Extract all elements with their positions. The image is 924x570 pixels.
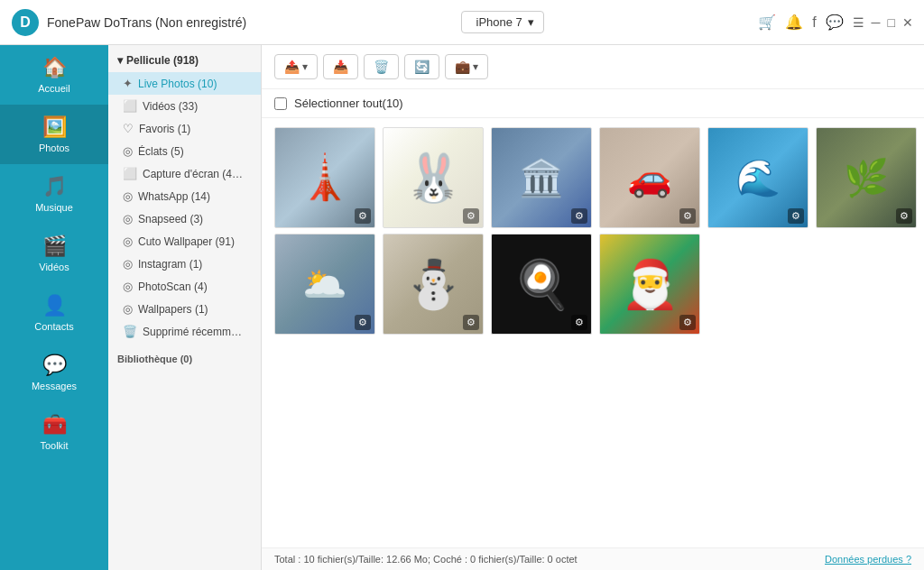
sidebar-item-accueil[interactable]: 🏠 Accueil: [0, 45, 108, 105]
delete-button[interactable]: 🗑️: [364, 54, 399, 79]
svg-text:D: D: [20, 14, 31, 30]
sidebar-item-contacts[interactable]: 👤 Contacts: [0, 283, 108, 343]
bell-icon[interactable]: 🔔: [785, 14, 803, 31]
live-photo-badge-1: ⚙: [355, 208, 371, 224]
tree-item-cuto[interactable]: ◎ Cuto Wallpaper (91): [108, 230, 261, 253]
sidebar-item-photos[interactable]: 🖼️ Photos: [0, 105, 108, 164]
live-photo-badge-8: ⚙: [463, 315, 479, 330]
select-all-label: Sélectionner tout(10): [294, 97, 403, 110]
chevron-down-icon: ▾: [528, 15, 534, 29]
status-text: Total : 10 fichier(s)/Taille: 12.66 Mo; …: [274, 554, 578, 565]
tree-label-snapseed: Snapseed (3): [138, 213, 252, 225]
sidebar: 🏠 Accueil 🖼️ Photos 🎵 Musique 🎬 Vidéos 👤…: [0, 45, 108, 570]
title-actions: 🛒 🔔 f 💬 ☰ ─ □ ✕: [758, 14, 913, 31]
tree-label-cuto: Cuto Wallpaper (91): [138, 235, 252, 248]
tree-item-snapseed[interactable]: ◎ Snapseed (3): [108, 207, 261, 230]
import-button[interactable]: 📥: [323, 54, 358, 79]
instagram-icon: ◎: [123, 257, 133, 271]
device-name: iPhone 7: [476, 15, 522, 29]
export-dropdown-icon: ▾: [302, 60, 308, 73]
home-icon: 🏠: [42, 56, 67, 79]
tree-item-whatsapp[interactable]: ◎ WhatsApp (14): [108, 185, 261, 207]
tree-item-eclats[interactable]: ◎ Éclats (5): [108, 140, 261, 162]
menu-icon[interactable]: ☰: [853, 15, 864, 30]
select-all-checkbox[interactable]: [274, 97, 287, 110]
trash-icon: 🗑️: [123, 325, 137, 338]
photo-cell-3[interactable]: ⚙: [491, 127, 592, 228]
tree-item-favoris[interactable]: ♡ Favoris (1): [108, 117, 261, 140]
sidebar-item-toolkit[interactable]: 🧰 Toolkit: [0, 402, 108, 462]
chat-icon[interactable]: 💬: [826, 14, 844, 31]
tree-item-instagram[interactable]: ◎ Instagram (1): [108, 253, 261, 275]
sidebar-item-musique[interactable]: 🎵 Musique: [0, 164, 108, 224]
sidebar-item-videos[interactable]: 🎬 Vidéos: [0, 224, 108, 283]
tree-item-wallpapers[interactable]: ◎ Wallpapers (1): [108, 298, 261, 320]
lost-data-link[interactable]: Données perdues ?: [825, 554, 911, 565]
photo-cell-4[interactable]: ⚙: [599, 127, 700, 228]
photo-cell-10[interactable]: ⚙: [599, 234, 700, 335]
photo-cell-7[interactable]: ⚙: [274, 234, 375, 335]
facebook-icon[interactable]: f: [812, 14, 816, 31]
main-layout: 🏠 Accueil 🖼️ Photos 🎵 Musique 🎬 Vidéos 👤…: [0, 45, 924, 570]
sidebar-item-messages[interactable]: 💬 Messages: [0, 343, 108, 402]
bibliotheque-header: Bibliothèque (0): [108, 346, 261, 368]
toolkit-icon: 🧰: [42, 413, 67, 437]
title-left: D FonePaw DoTrans (Non enregistré): [11, 8, 246, 37]
maximize-button[interactable]: □: [888, 15, 895, 30]
tree-item-photoscan[interactable]: ◎ PhotoScan (4): [108, 275, 261, 298]
photo-cell-5[interactable]: ⚙: [707, 127, 808, 228]
tree-item-live-photos[interactable]: ✦ Live Photos (10): [108, 72, 261, 95]
cuto-icon: ◎: [123, 234, 133, 248]
photo-cell-8[interactable]: ⚙: [383, 234, 484, 335]
minimize-button[interactable]: ─: [872, 15, 881, 30]
photo-grid: ⚙ ⚙ ⚙ ⚙ ⚙ ⚙: [262, 118, 924, 547]
photo-cell-1[interactable]: ⚙: [274, 127, 375, 228]
app-title: FonePaw DoTrans (Non enregistré): [47, 15, 246, 30]
device-selector-area[interactable]: iPhone 7 ▾: [461, 11, 544, 33]
device-selector[interactable]: iPhone 7 ▾: [461, 11, 544, 33]
live-photo-badge-7: ⚙: [355, 315, 371, 330]
more-button[interactable]: 💼 ▾: [445, 54, 488, 79]
live-photo-badge-2: ⚙: [463, 208, 479, 224]
tree-label-instagram: Instagram (1): [138, 258, 252, 271]
photo-cell-9[interactable]: ⚙: [491, 234, 592, 335]
import-icon: 📥: [333, 60, 348, 74]
pellicule-header: ▾ Pellicule (918): [108, 45, 261, 72]
tree-item-supprime[interactable]: 🗑️ Supprimé récemm…: [108, 320, 261, 343]
sidebar-label-musique: Musique: [35, 202, 73, 213]
tree-label-favoris: Favoris (1): [139, 123, 252, 135]
delete-icon: 🗑️: [374, 60, 389, 74]
photo-cell-2[interactable]: ⚙: [383, 127, 484, 228]
export-icon: 📤: [284, 60, 300, 74]
tree-item-capture[interactable]: ⬜ Capture d'écran (4…: [108, 162, 261, 185]
export-button[interactable]: 📤 ▾: [274, 54, 318, 79]
status-bar: Total : 10 fichier(s)/Taille: 12.66 Mo; …: [262, 547, 924, 570]
refresh-button[interactable]: 🔄: [404, 54, 439, 79]
music-icon: 🎵: [42, 175, 67, 198]
live-photo-badge-10: ⚙: [679, 315, 696, 330]
sidebar-label-toolkit: Toolkit: [40, 440, 68, 451]
sidebar-label-messages: Messages: [32, 381, 77, 391]
close-button[interactable]: ✕: [902, 15, 913, 30]
briefcase-icon: 💼: [455, 60, 470, 74]
photo-row-1: ⚙ ⚙ ⚙ ⚙ ⚙ ⚙: [274, 127, 911, 228]
tree-label-whatsapp: WhatsApp (14): [138, 190, 252, 203]
live-photo-badge-4: ⚙: [679, 208, 696, 224]
sidebar-label-photos: Photos: [39, 142, 69, 153]
live-photo-badge-6: ⚙: [896, 208, 912, 224]
wallpapers-icon: ◎: [123, 302, 133, 316]
chevron-icon: ▾: [117, 54, 123, 67]
tree-label-capture: Capture d'écran (4…: [143, 168, 252, 180]
cart-icon[interactable]: 🛒: [758, 14, 776, 31]
tree-label-wallpapers: Wallpapers (1): [138, 303, 252, 316]
tree-item-videos[interactable]: ⬜ Vidéos (33): [108, 95, 261, 117]
video-tree-icon: ⬜: [123, 99, 137, 113]
photoscan-icon: ◎: [123, 280, 133, 293]
photo-cell-6[interactable]: ⚙: [816, 127, 917, 228]
messages-icon: 💬: [42, 354, 67, 377]
tree-label-live-photos: Live Photos (10): [138, 78, 252, 90]
photo-row-2: ⚙ ⚙ ⚙ ⚙: [274, 234, 911, 335]
bibliotheque-label: Bibliothèque (0): [117, 354, 192, 364]
eclats-icon: ◎: [123, 144, 133, 158]
tree-label-photoscan: PhotoScan (4): [138, 280, 252, 293]
